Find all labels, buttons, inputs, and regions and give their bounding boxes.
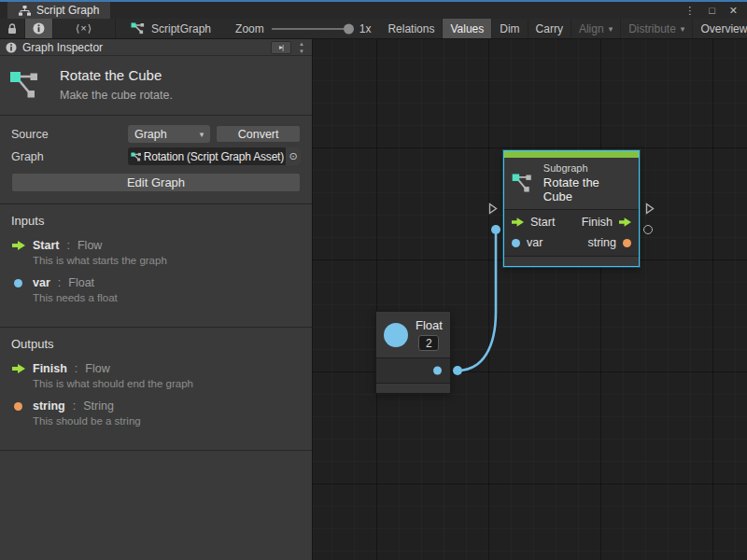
flow-port-icon xyxy=(11,241,25,250)
zoom-slider-handle[interactable] xyxy=(344,23,354,34)
scroll-up-icon[interactable]: ▲ xyxy=(299,41,304,47)
chevron-down-icon: ▾ xyxy=(200,130,204,139)
port-description: This is what starts the graph xyxy=(33,255,301,266)
graph-title-text: Rotate the Cube Make the cube rotate. xyxy=(60,67,173,102)
graph-name-label: ScriptGraph xyxy=(151,22,211,35)
source-label: Source xyxy=(11,128,128,141)
flow-in-port[interactable] xyxy=(512,217,524,227)
graph-properties: Source Graph ▾ Convert Graph xyxy=(0,116,312,204)
port-description: This needs a float xyxy=(33,292,301,303)
overview-label: Overview xyxy=(700,22,747,35)
subgraph-title: Rotate the Cube xyxy=(543,175,631,203)
script-graph-icon xyxy=(131,152,142,161)
port-type: Flow xyxy=(85,362,109,375)
convert-button[interactable]: Convert xyxy=(216,125,301,143)
graph-icon xyxy=(9,70,45,100)
list-item: var : Float This needs a float xyxy=(11,276,301,303)
info-icon xyxy=(33,22,45,35)
graph-canvas[interactable]: Float 2 Subgraph Rotate xyxy=(313,39,747,560)
source-row: Source Graph ▾ Convert xyxy=(11,125,301,143)
chevron-down-icon: ▾ xyxy=(609,24,613,34)
dock-button[interactable]: ▸| xyxy=(271,41,291,54)
code-icon: ⟨×⟩ xyxy=(76,22,92,35)
list-item: string : String This should be a string xyxy=(11,399,301,427)
separator: : xyxy=(73,399,76,413)
overview-button[interactable]: Overview xyxy=(693,19,747,38)
float-node-title: Float xyxy=(416,318,443,332)
edit-graph-button[interactable]: Edit Graph xyxy=(11,173,301,192)
flow-port-icon xyxy=(11,364,25,373)
float-node-header: Float 2 xyxy=(376,312,450,357)
inspector-toggle-button[interactable] xyxy=(25,19,53,38)
edit-graph-label: Edit Graph xyxy=(127,175,185,189)
graph-title-block: Rotate the Cube Make the cube rotate. xyxy=(0,56,312,116)
dock-icon: ▸| xyxy=(279,43,283,51)
value-port-icon xyxy=(11,402,25,411)
external-flow-out-marker[interactable] xyxy=(645,202,655,218)
float-node[interactable]: Float 2 xyxy=(375,311,451,394)
maximize-icon[interactable]: □ xyxy=(709,5,715,16)
float-output-port[interactable] xyxy=(433,367,442,375)
carry-label: Carry xyxy=(536,22,563,35)
float-node-body xyxy=(376,357,450,383)
subgraph-node[interactable]: Subgraph Rotate the Cube Start Finish xyxy=(503,150,640,267)
dim-button[interactable]: Dim xyxy=(492,19,528,38)
zoom-slider[interactable] xyxy=(272,28,352,30)
values-button[interactable]: Values xyxy=(443,19,492,38)
wire-start-dot[interactable] xyxy=(453,366,462,375)
relations-button[interactable]: Relations xyxy=(380,19,443,38)
subgraph-node-footer xyxy=(504,256,639,266)
separator: : xyxy=(58,276,61,289)
carry-button[interactable]: Carry xyxy=(529,19,571,38)
string-out-port[interactable] xyxy=(623,239,631,247)
source-value: Graph xyxy=(134,128,167,141)
window-controls: ⋮ □ ✕ xyxy=(684,2,747,19)
inputs-header: Inputs xyxy=(11,214,301,228)
graph-asset-row: Graph Rotation (Script Graph Asset) ⊙ xyxy=(11,147,301,165)
tab-script-graph[interactable]: Script Graph xyxy=(7,2,110,19)
graph-asset-field[interactable]: Rotation (Script Graph Asset) ⊙ xyxy=(128,147,301,165)
lock-button[interactable] xyxy=(0,19,25,38)
code-view-button[interactable]: ⟨×⟩ xyxy=(53,19,116,38)
object-picker-button[interactable]: ⊙ xyxy=(286,147,301,165)
graph-title: Rotate the Cube xyxy=(60,67,173,83)
graph-asset-value: Rotation (Script Graph Asset) xyxy=(144,150,286,163)
port-type: String xyxy=(83,399,114,413)
relations-label: Relations xyxy=(388,22,434,35)
graph-asset-label: Graph xyxy=(11,150,128,163)
scroll-arrows[interactable]: ▲ ▼ xyxy=(295,41,308,54)
list-item: Finish : Flow This is what should end th… xyxy=(11,362,301,389)
port-name: Start xyxy=(33,239,59,252)
close-icon[interactable]: ✕ xyxy=(729,5,738,17)
subgraph-kind-label: Subgraph xyxy=(543,162,631,174)
kebab-menu-icon[interactable]: ⋮ xyxy=(684,5,695,17)
subgraph-node-colorbar xyxy=(504,151,639,158)
port-type: Flow xyxy=(78,239,102,252)
float-value-input[interactable]: 2 xyxy=(418,335,439,351)
port-row-flow: Start Finish xyxy=(504,212,639,232)
title-bar: Script Graph ⋮ □ ✕ xyxy=(0,0,747,19)
values-label: Values xyxy=(450,22,484,35)
info-icon xyxy=(6,42,17,53)
script-graph-icon xyxy=(131,22,146,35)
separator: : xyxy=(75,362,78,375)
source-dropdown[interactable]: Graph ▾ xyxy=(128,125,210,143)
external-string-out-marker[interactable] xyxy=(643,225,653,234)
outputs-header: Outputs xyxy=(11,337,301,351)
graph-toolbar: ⟨×⟩ ScriptGraph Zoom 1x Relations Values… xyxy=(0,19,747,39)
value-port-icon xyxy=(11,279,25,287)
string-port-label: string xyxy=(587,236,616,249)
flow-out-port[interactable] xyxy=(619,217,631,227)
graph-icon xyxy=(512,173,536,193)
graph-name-display: ScriptGraph xyxy=(116,19,220,38)
connection-wire xyxy=(313,39,747,559)
external-flow-in-marker[interactable] xyxy=(488,202,498,218)
var-in-port[interactable] xyxy=(512,239,520,247)
scroll-down-icon[interactable]: ▼ xyxy=(299,49,304,54)
wire-end-dot[interactable] xyxy=(491,225,500,234)
distribute-label: Distribute xyxy=(628,22,676,35)
port-description: This should be a string xyxy=(33,415,301,427)
start-port-label: Start xyxy=(530,216,555,229)
float-node-footer xyxy=(376,383,450,393)
object-picker-icon: ⊙ xyxy=(289,150,297,162)
